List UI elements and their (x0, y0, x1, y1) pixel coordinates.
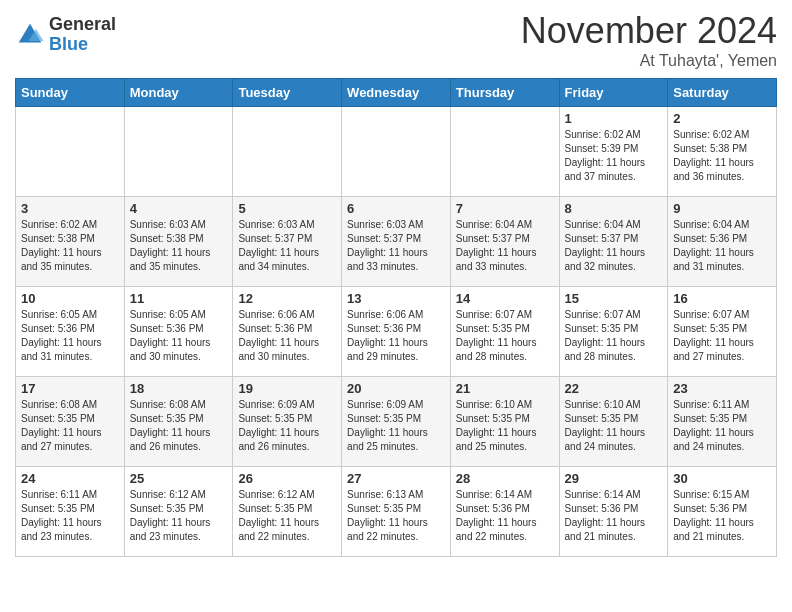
day-cell (450, 107, 559, 197)
day-info: Sunrise: 6:09 AM Sunset: 5:35 PM Dayligh… (238, 398, 336, 454)
logo-blue-text: Blue (49, 35, 116, 55)
weekday-header-friday: Friday (559, 79, 668, 107)
day-cell: 27Sunrise: 6:13 AM Sunset: 5:35 PM Dayli… (342, 467, 451, 557)
weekday-header-row: SundayMondayTuesdayWednesdayThursdayFrid… (16, 79, 777, 107)
day-info: Sunrise: 6:07 AM Sunset: 5:35 PM Dayligh… (673, 308, 771, 364)
day-number: 6 (347, 201, 445, 216)
day-cell: 4Sunrise: 6:03 AM Sunset: 5:38 PM Daylig… (124, 197, 233, 287)
day-cell: 11Sunrise: 6:05 AM Sunset: 5:36 PM Dayli… (124, 287, 233, 377)
day-number: 13 (347, 291, 445, 306)
day-info: Sunrise: 6:03 AM Sunset: 5:38 PM Dayligh… (130, 218, 228, 274)
day-cell: 10Sunrise: 6:05 AM Sunset: 5:36 PM Dayli… (16, 287, 125, 377)
day-number: 10 (21, 291, 119, 306)
page: General Blue November 2024 At Tuhayta', … (0, 0, 792, 572)
week-row-3: 17Sunrise: 6:08 AM Sunset: 5:35 PM Dayli… (16, 377, 777, 467)
day-cell: 28Sunrise: 6:14 AM Sunset: 5:36 PM Dayli… (450, 467, 559, 557)
weekday-header-wednesday: Wednesday (342, 79, 451, 107)
day-cell: 18Sunrise: 6:08 AM Sunset: 5:35 PM Dayli… (124, 377, 233, 467)
day-number: 30 (673, 471, 771, 486)
day-cell: 20Sunrise: 6:09 AM Sunset: 5:35 PM Dayli… (342, 377, 451, 467)
day-info: Sunrise: 6:10 AM Sunset: 5:35 PM Dayligh… (456, 398, 554, 454)
day-info: Sunrise: 6:05 AM Sunset: 5:36 PM Dayligh… (130, 308, 228, 364)
weekday-header-thursday: Thursday (450, 79, 559, 107)
day-info: Sunrise: 6:14 AM Sunset: 5:36 PM Dayligh… (456, 488, 554, 544)
day-info: Sunrise: 6:13 AM Sunset: 5:35 PM Dayligh… (347, 488, 445, 544)
day-number: 17 (21, 381, 119, 396)
day-number: 8 (565, 201, 663, 216)
logo: General Blue (15, 15, 116, 55)
month-title: November 2024 (521, 10, 777, 52)
day-info: Sunrise: 6:15 AM Sunset: 5:36 PM Dayligh… (673, 488, 771, 544)
weekday-header-saturday: Saturday (668, 79, 777, 107)
day-number: 16 (673, 291, 771, 306)
day-info: Sunrise: 6:08 AM Sunset: 5:35 PM Dayligh… (21, 398, 119, 454)
day-number: 15 (565, 291, 663, 306)
day-number: 1 (565, 111, 663, 126)
weekday-header-monday: Monday (124, 79, 233, 107)
day-cell: 30Sunrise: 6:15 AM Sunset: 5:36 PM Dayli… (668, 467, 777, 557)
day-number: 26 (238, 471, 336, 486)
day-cell: 15Sunrise: 6:07 AM Sunset: 5:35 PM Dayli… (559, 287, 668, 377)
day-cell: 14Sunrise: 6:07 AM Sunset: 5:35 PM Dayli… (450, 287, 559, 377)
week-row-4: 24Sunrise: 6:11 AM Sunset: 5:35 PM Dayli… (16, 467, 777, 557)
day-cell: 6Sunrise: 6:03 AM Sunset: 5:37 PM Daylig… (342, 197, 451, 287)
week-row-1: 3Sunrise: 6:02 AM Sunset: 5:38 PM Daylig… (16, 197, 777, 287)
day-number: 11 (130, 291, 228, 306)
day-info: Sunrise: 6:02 AM Sunset: 5:39 PM Dayligh… (565, 128, 663, 184)
day-cell: 9Sunrise: 6:04 AM Sunset: 5:36 PM Daylig… (668, 197, 777, 287)
day-cell: 23Sunrise: 6:11 AM Sunset: 5:35 PM Dayli… (668, 377, 777, 467)
day-info: Sunrise: 6:02 AM Sunset: 5:38 PM Dayligh… (21, 218, 119, 274)
day-number: 2 (673, 111, 771, 126)
title-area: November 2024 At Tuhayta', Yemen (521, 10, 777, 70)
day-cell: 21Sunrise: 6:10 AM Sunset: 5:35 PM Dayli… (450, 377, 559, 467)
day-number: 28 (456, 471, 554, 486)
week-row-0: 1Sunrise: 6:02 AM Sunset: 5:39 PM Daylig… (16, 107, 777, 197)
day-info: Sunrise: 6:02 AM Sunset: 5:38 PM Dayligh… (673, 128, 771, 184)
day-cell: 8Sunrise: 6:04 AM Sunset: 5:37 PM Daylig… (559, 197, 668, 287)
day-info: Sunrise: 6:07 AM Sunset: 5:35 PM Dayligh… (565, 308, 663, 364)
day-number: 21 (456, 381, 554, 396)
day-info: Sunrise: 6:06 AM Sunset: 5:36 PM Dayligh… (347, 308, 445, 364)
day-info: Sunrise: 6:05 AM Sunset: 5:36 PM Dayligh… (21, 308, 119, 364)
logo-text: General Blue (49, 15, 116, 55)
day-cell: 2Sunrise: 6:02 AM Sunset: 5:38 PM Daylig… (668, 107, 777, 197)
day-number: 22 (565, 381, 663, 396)
day-number: 12 (238, 291, 336, 306)
day-info: Sunrise: 6:04 AM Sunset: 5:36 PM Dayligh… (673, 218, 771, 274)
day-cell (124, 107, 233, 197)
day-number: 25 (130, 471, 228, 486)
day-info: Sunrise: 6:04 AM Sunset: 5:37 PM Dayligh… (565, 218, 663, 274)
day-number: 20 (347, 381, 445, 396)
logo-general-text: General (49, 15, 116, 35)
day-info: Sunrise: 6:08 AM Sunset: 5:35 PM Dayligh… (130, 398, 228, 454)
day-info: Sunrise: 6:03 AM Sunset: 5:37 PM Dayligh… (347, 218, 445, 274)
day-cell: 5Sunrise: 6:03 AM Sunset: 5:37 PM Daylig… (233, 197, 342, 287)
header: General Blue November 2024 At Tuhayta', … (15, 10, 777, 70)
day-cell: 13Sunrise: 6:06 AM Sunset: 5:36 PM Dayli… (342, 287, 451, 377)
day-info: Sunrise: 6:14 AM Sunset: 5:36 PM Dayligh… (565, 488, 663, 544)
day-cell: 3Sunrise: 6:02 AM Sunset: 5:38 PM Daylig… (16, 197, 125, 287)
day-cell (233, 107, 342, 197)
day-number: 5 (238, 201, 336, 216)
day-number: 27 (347, 471, 445, 486)
logo-icon (15, 20, 45, 50)
day-number: 29 (565, 471, 663, 486)
day-cell: 7Sunrise: 6:04 AM Sunset: 5:37 PM Daylig… (450, 197, 559, 287)
day-cell: 26Sunrise: 6:12 AM Sunset: 5:35 PM Dayli… (233, 467, 342, 557)
day-cell: 1Sunrise: 6:02 AM Sunset: 5:39 PM Daylig… (559, 107, 668, 197)
day-cell: 19Sunrise: 6:09 AM Sunset: 5:35 PM Dayli… (233, 377, 342, 467)
weekday-header-sunday: Sunday (16, 79, 125, 107)
day-cell: 17Sunrise: 6:08 AM Sunset: 5:35 PM Dayli… (16, 377, 125, 467)
day-info: Sunrise: 6:12 AM Sunset: 5:35 PM Dayligh… (238, 488, 336, 544)
weekday-header-tuesday: Tuesday (233, 79, 342, 107)
location: At Tuhayta', Yemen (521, 52, 777, 70)
day-info: Sunrise: 6:07 AM Sunset: 5:35 PM Dayligh… (456, 308, 554, 364)
day-number: 24 (21, 471, 119, 486)
day-info: Sunrise: 6:12 AM Sunset: 5:35 PM Dayligh… (130, 488, 228, 544)
day-number: 14 (456, 291, 554, 306)
day-cell: 24Sunrise: 6:11 AM Sunset: 5:35 PM Dayli… (16, 467, 125, 557)
day-cell: 29Sunrise: 6:14 AM Sunset: 5:36 PM Dayli… (559, 467, 668, 557)
day-info: Sunrise: 6:04 AM Sunset: 5:37 PM Dayligh… (456, 218, 554, 274)
day-number: 3 (21, 201, 119, 216)
day-cell: 25Sunrise: 6:12 AM Sunset: 5:35 PM Dayli… (124, 467, 233, 557)
